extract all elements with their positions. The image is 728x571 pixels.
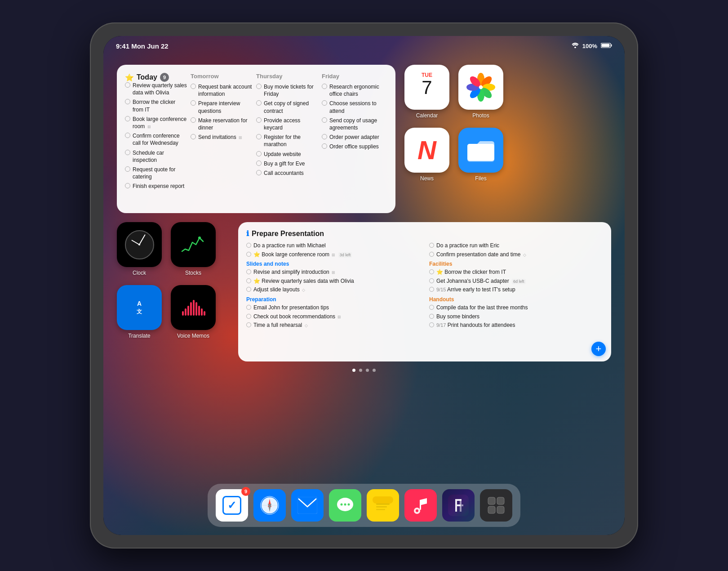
checkbox[interactable] (322, 100, 327, 106)
checkbox[interactable] (429, 269, 434, 274)
checkbox[interactable] (246, 287, 251, 292)
checkbox[interactable] (246, 314, 251, 319)
checkbox[interactable] (125, 183, 130, 188)
list-item[interactable]: Get Johanna's USB-C adapter 6d left (429, 278, 603, 285)
checkbox[interactable] (429, 305, 434, 310)
checkbox[interactable] (191, 84, 196, 89)
checkbox[interactable] (322, 117, 327, 123)
list-item[interactable]: Send copy of usage agreements (322, 117, 384, 131)
dock-safari[interactable] (253, 489, 286, 522)
list-item[interactable]: 9/17 Print handouts for attendees (429, 322, 603, 329)
checkbox[interactable] (256, 170, 262, 175)
checkbox[interactable] (246, 269, 251, 274)
calendar-icon[interactable]: TUE 7 (404, 65, 449, 110)
checkbox[interactable] (191, 100, 196, 106)
list-item[interactable]: Review quarterly sales data with Olivia (125, 82, 187, 96)
news-app[interactable]: N News (404, 128, 449, 182)
page-dot-1[interactable] (352, 369, 355, 372)
list-item[interactable]: Choose sessions to attend (322, 100, 384, 114)
checkbox[interactable] (125, 82, 130, 88)
list-item[interactable]: Buy a gift for Eve (256, 160, 318, 167)
calendar-app[interactable]: TUE 7 Calendar (404, 65, 449, 119)
list-item[interactable]: Make reservation for dinner (191, 117, 253, 131)
clock-icon[interactable] (117, 222, 162, 267)
list-item[interactable]: Request bank account information (191, 83, 253, 98)
list-item[interactable]: Buy movie tickets for Friday (256, 83, 318, 98)
checkbox[interactable] (256, 100, 262, 106)
list-item[interactable]: Check out book recommendations ⊞ (246, 313, 420, 321)
clock-app[interactable]: Clock (117, 222, 162, 276)
list-item[interactable]: ⭐ Book large conference room ⊞ 3d left (246, 251, 420, 259)
checkbox[interactable] (246, 305, 251, 310)
photos-app[interactable]: Photos (458, 65, 503, 119)
reminders-widget[interactable]: ⭐ Today 9 Review quarterly sales data wi… (117, 65, 395, 213)
checkbox[interactable] (246, 278, 251, 283)
translate-app[interactable]: A文 Translate (117, 285, 162, 339)
checkbox[interactable] (429, 314, 434, 319)
list-item[interactable]: Order office supplies (322, 143, 384, 150)
checkbox[interactable] (246, 243, 251, 248)
checkbox[interactable] (191, 117, 196, 123)
list-item[interactable]: Provide access keycard (256, 117, 318, 131)
list-item[interactable]: Do a practice run with Michael (246, 242, 420, 250)
news-icon[interactable]: N (404, 128, 449, 173)
list-item[interactable]: Adjust slide layouts ◇ (246, 286, 420, 294)
list-item[interactable]: Confirm presentation date and time ◇ (429, 251, 603, 259)
files-app[interactable]: Files (458, 128, 503, 182)
checkbox[interactable] (256, 134, 262, 139)
photos-icon[interactable] (458, 65, 503, 110)
list-item[interactable]: Research ergonomic office chairs (322, 83, 384, 98)
list-item[interactable]: Call accountants (256, 170, 318, 177)
list-item[interactable]: Borrow the clicker from IT (125, 98, 187, 113)
list-item[interactable]: Order power adapter (322, 134, 384, 141)
checkbox[interactable] (256, 161, 262, 166)
dock-reminders[interactable]: ✓ 9 (216, 489, 248, 522)
page-dot-3[interactable] (366, 369, 369, 372)
list-item[interactable]: Revise and simplify introduction ⊞ (246, 269, 420, 276)
list-item[interactable]: Update website (256, 151, 318, 158)
list-item[interactable]: Email John for presentation tips (246, 304, 420, 312)
list-item[interactable]: 9/15 Arrive early to test IT's setup (429, 286, 603, 294)
list-item[interactable]: Finish expense report (125, 183, 187, 190)
add-button[interactable]: + (591, 342, 606, 356)
list-item[interactable]: Compile data for the last three months (429, 304, 603, 312)
stocks-app[interactable]: Stocks (171, 222, 216, 276)
checkbox[interactable] (256, 117, 262, 123)
page-dot-2[interactable] (359, 369, 362, 372)
list-item[interactable]: Prepare interview questions (191, 100, 253, 114)
checkbox[interactable] (125, 116, 130, 121)
list-item[interactable]: Get copy of signed contract (256, 100, 318, 114)
dock-messages[interactable] (329, 489, 361, 522)
checkbox[interactable] (429, 243, 434, 248)
list-item[interactable]: Confirm conference call for Wednesday (125, 132, 187, 147)
voice-memos-app[interactable]: Voice Memos (171, 285, 216, 339)
checkbox[interactable] (125, 133, 130, 138)
checkbox[interactable] (125, 166, 130, 172)
checkbox[interactable] (322, 143, 327, 149)
stocks-icon[interactable] (171, 222, 216, 267)
checkbox[interactable] (125, 150, 130, 155)
checkbox[interactable] (429, 252, 434, 257)
list-item[interactable]: Do a practice run with Eric (429, 242, 603, 250)
checkbox[interactable] (256, 84, 262, 89)
checkbox[interactable] (246, 322, 251, 327)
dock-notes[interactable] (367, 489, 399, 522)
checkbox[interactable] (322, 134, 327, 139)
presentation-widget[interactable]: ℹ Prepare Presentation Do a practice run… (238, 222, 611, 361)
checkbox[interactable] (429, 287, 434, 292)
translate-icon[interactable]: A文 (117, 285, 162, 330)
dock-music[interactable] (404, 489, 437, 522)
list-item[interactable]: Send invitations ⊞ (191, 134, 253, 141)
list-item[interactable]: Buy some binders (429, 313, 603, 321)
checkbox[interactable] (429, 322, 434, 327)
list-item[interactable]: Book large conference room ⊞ (125, 116, 187, 130)
dock-mail[interactable] (291, 489, 324, 522)
checkbox[interactable] (429, 278, 434, 283)
voice-memos-icon[interactable] (171, 285, 216, 330)
checkbox[interactable] (125, 99, 130, 104)
list-item[interactable]: Schedule car inspection (125, 149, 187, 164)
checkbox[interactable] (256, 151, 262, 156)
checkbox[interactable] (322, 84, 327, 89)
page-dot-4[interactable] (373, 369, 376, 372)
list-item[interactable]: ⭐ Borrow the clicker from IT (429, 269, 603, 276)
